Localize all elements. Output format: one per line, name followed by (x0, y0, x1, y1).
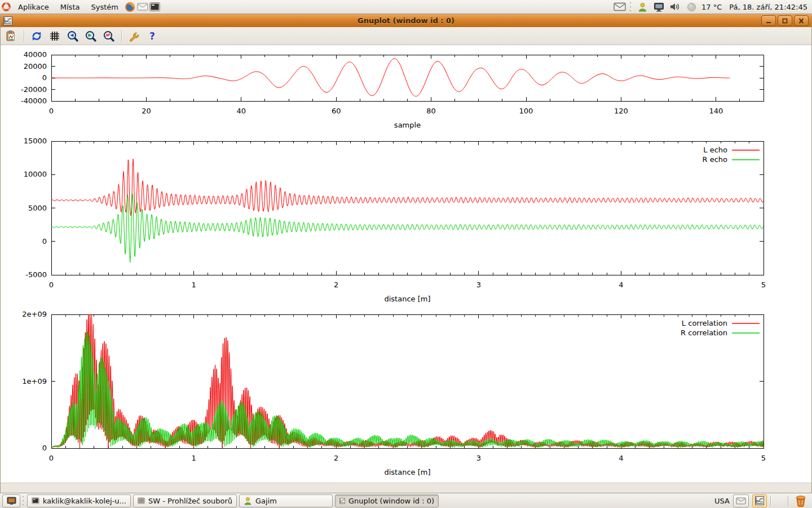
svg-text:4: 4 (619, 281, 623, 289)
svg-text:1: 1 (191, 454, 196, 462)
window-statusbar (1, 483, 811, 493)
svg-text:?: ? (149, 30, 155, 42)
task-label: Gnuplot (window id : 0) (348, 497, 434, 505)
firefox-launcher-icon[interactable] (124, 1, 136, 13)
svg-text:0: 0 (42, 237, 47, 246)
gnuplot-tray-button[interactable] (752, 494, 767, 507)
svg-text:-40000: -40000 (21, 97, 47, 105)
window-title: Gnuplot (window id : 0) (1, 16, 811, 25)
menu-places[interactable]: Místa (55, 0, 86, 14)
svg-text:10000: 10000 (24, 170, 47, 178)
plots-svg: 020406080100120140-40000-200000200004000… (1, 45, 811, 483)
taskbar-separator (770, 496, 771, 506)
display-tray-icon[interactable] (652, 1, 665, 13)
top-panel: Aplikace Místa Systém (0, 0, 812, 14)
replot-button[interactable] (29, 29, 44, 43)
toolbar-separator (121, 30, 122, 42)
svg-text:0: 0 (42, 444, 47, 452)
task-button-gajim[interactable]: Gajim (239, 494, 333, 507)
svg-text:20: 20 (142, 107, 151, 115)
svg-text:20000: 20000 (24, 62, 47, 71)
tray-mail-icon[interactable] (614, 1, 626, 13)
svg-text:1: 1 (191, 281, 196, 289)
weather-tray-icon[interactable] (685, 1, 698, 13)
task-button-file-manager[interactable]: SW - Prohlížeč souborů (133, 494, 237, 507)
svg-text:distance [m]: distance [m] (384, 295, 430, 303)
svg-text:L echo: L echo (703, 146, 727, 154)
gnuplot-icon (339, 497, 345, 505)
menu-places-label: Místa (60, 3, 80, 11)
copy-to-clipboard-button[interactable] (4, 29, 19, 43)
mail-launcher-icon[interactable] (136, 1, 149, 13)
gajim-tray-icon[interactable] (636, 1, 648, 13)
svg-text:2e+09: 2e+09 (22, 310, 47, 318)
svg-text:4: 4 (619, 454, 623, 462)
gnuplot-window: Gnuplot (window id : 0) (0, 14, 812, 493)
svg-text:100: 100 (519, 107, 533, 115)
keyboard-layout-indicator[interactable]: USA (714, 497, 730, 505)
svg-text:5000: 5000 (28, 204, 47, 212)
task-label: kaklik@kaklik-kolej-u... (43, 497, 126, 505)
task-button-gnuplot[interactable]: Gnuplot (window id : 0) (335, 494, 439, 507)
next-zoom-button[interactable] (83, 29, 98, 43)
taskbar: kaklik@kaklik-kolej-u... SW - Prohlížeč … (0, 493, 812, 508)
svg-text:0: 0 (49, 281, 54, 289)
svg-text:-20000: -20000 (21, 85, 47, 94)
close-button[interactable] (794, 15, 809, 26)
taskbar-separator (788, 496, 788, 506)
show-desktop-button[interactable] (2, 494, 20, 507)
window-titlebar[interactable]: Gnuplot (window id : 0) (1, 14, 811, 27)
task-label: SW - Prohlížeč souborů (148, 497, 232, 505)
svg-text:15000: 15000 (24, 137, 47, 145)
svg-text:3: 3 (476, 281, 481, 289)
svg-text:sample: sample (394, 121, 421, 129)
settings-wrench-button[interactable] (127, 29, 142, 43)
trash-applet[interactable] (792, 495, 810, 507)
svg-text:R echo: R echo (702, 155, 727, 164)
gnuplot-window-icon (3, 16, 12, 25)
mail-notifier-button[interactable] (733, 494, 749, 507)
svg-text:0: 0 (49, 107, 54, 115)
svg-text:5: 5 (761, 281, 766, 289)
svg-text:R correlation: R correlation (681, 329, 727, 337)
window-toolbar: ? (1, 27, 811, 45)
volume-tray-icon[interactable] (669, 1, 681, 13)
file-manager-icon (138, 497, 145, 505)
menu-applications[interactable]: Aplikace (12, 0, 55, 14)
svg-text:distance [m]: distance [m] (384, 468, 430, 476)
task-label: Gajim (255, 497, 277, 505)
zoom-button[interactable] (102, 29, 116, 43)
ubuntu-logo-icon[interactable] (0, 1, 12, 13)
svg-text:120: 120 (614, 107, 628, 115)
temperature-label[interactable]: 17 °C (701, 3, 722, 11)
svg-text:3: 3 (476, 454, 481, 462)
svg-text:5: 5 (761, 454, 766, 462)
tasklist-handle[interactable] (23, 495, 25, 506)
menu-system[interactable]: Systém (85, 0, 123, 14)
gnuplot-canvas[interactable]: 020406080100120140-40000-200000200004000… (1, 45, 811, 483)
terminal-icon (32, 497, 39, 505)
svg-text:60: 60 (332, 107, 341, 115)
menu-applications-label: Aplikace (18, 3, 49, 11)
terminal-launcher-icon[interactable] (149, 1, 161, 13)
minimize-button[interactable] (761, 15, 776, 26)
gajim-icon (244, 497, 252, 505)
svg-text:2: 2 (334, 281, 338, 289)
menu-system-label: Systém (91, 3, 118, 11)
svg-text:L correlation: L correlation (682, 319, 727, 327)
svg-text:40000: 40000 (24, 50, 47, 59)
svg-text:0: 0 (49, 454, 54, 462)
toolbar-separator (24, 30, 24, 42)
previous-zoom-button[interactable] (65, 29, 80, 43)
maximize-button[interactable] (778, 15, 792, 26)
svg-text:80: 80 (426, 107, 436, 115)
grid-button[interactable] (47, 29, 62, 43)
svg-text:40: 40 (237, 107, 246, 115)
help-button[interactable]: ? (145, 29, 160, 43)
svg-text:140: 140 (709, 107, 723, 115)
tray-handle[interactable] (630, 1, 632, 12)
task-button-terminal[interactable]: kaklik@kaklik-kolej-u... (27, 494, 131, 507)
clock-label[interactable]: Pá, 18. září, 21:42:45 (729, 3, 807, 11)
svg-text:1e+09: 1e+09 (22, 377, 47, 386)
svg-text:-5000: -5000 (25, 270, 47, 279)
